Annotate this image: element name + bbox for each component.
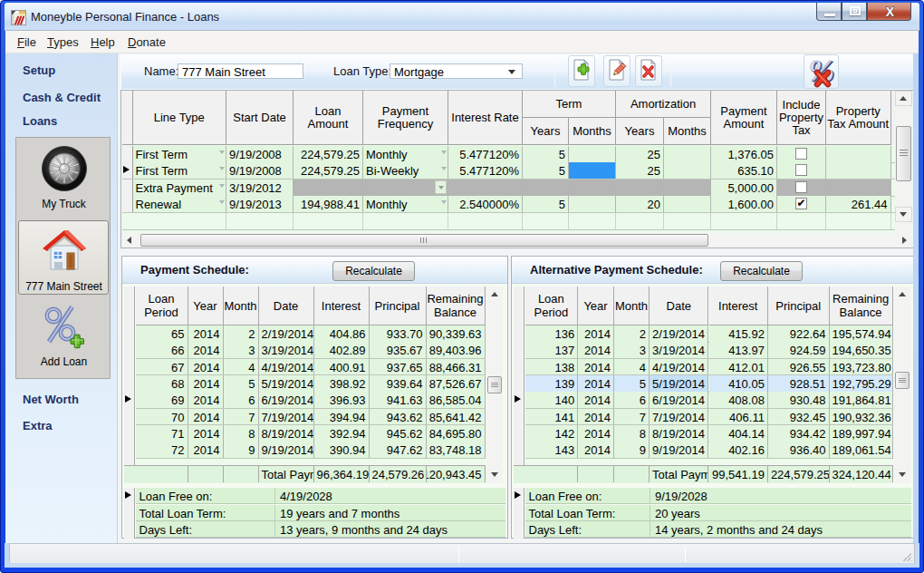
svg-text:X: X — [886, 5, 895, 19]
